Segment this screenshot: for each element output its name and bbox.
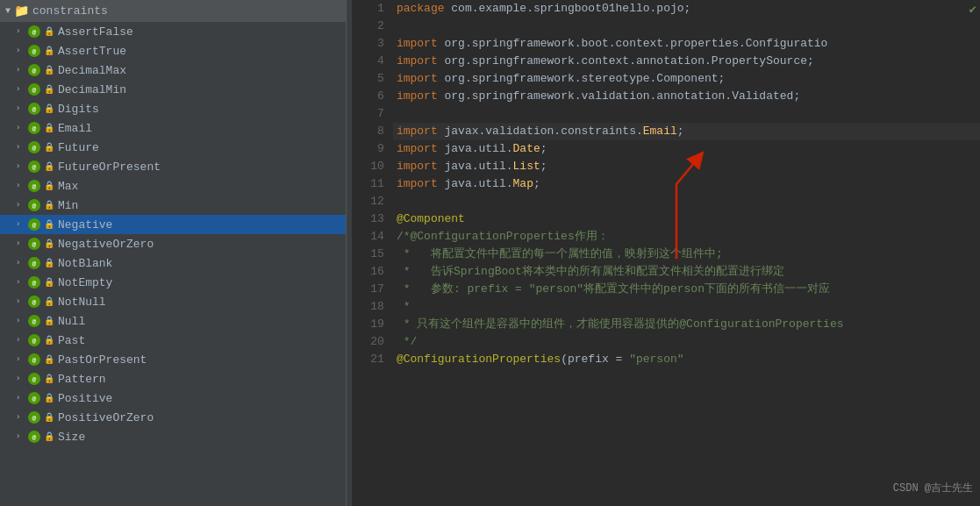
- table-row: 14/*@ConfigurationProperties作用：: [352, 228, 980, 246]
- annotation-icon: @: [28, 45, 40, 57]
- sidebar-item-asserttrue[interactable]: ›@🔒AssertTrue: [0, 41, 346, 61]
- line-code: @ConfigurationProperties(prefix = "perso…: [393, 351, 980, 368]
- sidebar-item-past[interactable]: ›@🔒Past: [0, 331, 346, 350]
- sidebar-item-decimalmax[interactable]: ›@🔒DecimalMax: [0, 61, 346, 80]
- line-code: package com.example.springboot01hello.po…: [393, 0, 980, 18]
- sidebar-item-label: PositiveOrZero: [58, 411, 154, 424]
- table-row: 17 * 参数: prefix = "person"将配置文件中的person下…: [352, 281, 980, 298]
- lock-icon: 🔒: [44, 219, 54, 230]
- table-row: 1package com.example.springboot01hello.p…: [352, 0, 980, 18]
- line-code: * 将配置文件中配置的每一个属性的值，映射到这个组件中;: [393, 246, 980, 263]
- line-code: import org.springframework.context.annot…: [393, 53, 980, 70]
- sidebar-item-label: AssertTrue: [58, 45, 126, 58]
- chevron-right-icon: ›: [16, 317, 25, 325]
- line-code: import org.springframework.boot.context.…: [393, 35, 980, 53]
- line-number: 13: [352, 210, 393, 228]
- sidebar-item-label: NotNull: [58, 296, 106, 309]
- sidebar-item-assertfalse[interactable]: ›@🔒AssertFalse: [0, 22, 346, 41]
- annotation-icon: @: [28, 180, 40, 192]
- chevron-right-icon: ›: [16, 259, 25, 267]
- table-row: 18 *: [352, 298, 980, 316]
- chevron-right-icon: ›: [16, 239, 25, 248]
- sidebar-item-digits[interactable]: ›@🔒Digits: [0, 99, 346, 118]
- annotation-icon: @: [28, 334, 40, 346]
- sidebar-item-label: Past: [58, 334, 85, 347]
- line-code: [393, 18, 980, 35]
- sidebar-item-label: Negative: [58, 218, 112, 232]
- chevron-right-icon: ›: [16, 220, 25, 229]
- table-row: 21@ConfigurationProperties(prefix = "per…: [352, 351, 980, 368]
- line-number: 1: [352, 0, 393, 18]
- sidebar-item-email[interactable]: ›@🔒Email: [0, 118, 346, 138]
- sidebar-item-label: AssertFalse: [58, 25, 133, 39]
- sidebar-item-null[interactable]: ›@🔒Null: [0, 311, 346, 331]
- sidebar-item-label: Pattern: [58, 373, 106, 386]
- sidebar-item-decimalmin[interactable]: ›@🔒DecimalMin: [0, 80, 346, 99]
- lock-icon: 🔒: [44, 374, 54, 384]
- annotation-icon: @: [28, 160, 40, 173]
- line-code: [393, 193, 980, 210]
- sidebar-item-notblank[interactable]: ›@🔒NotBlank: [0, 253, 346, 273]
- sidebar-header[interactable]: ▼ 📁 constraints: [0, 0, 346, 22]
- sidebar-item-label: Max: [58, 180, 78, 193]
- line-code: [393, 105, 980, 123]
- sidebar-item-label: Positive: [58, 392, 112, 405]
- sidebar-item-min[interactable]: ›@🔒Min: [0, 196, 346, 215]
- code-area[interactable]: ✔ 1package com.example.springboot01hello…: [352, 0, 980, 506]
- sidebar-item-notnull[interactable]: ›@🔒NotNull: [0, 292, 346, 311]
- annotation-icon: @: [28, 431, 40, 443]
- sidebar-item-label: NotEmpty: [58, 276, 112, 289]
- sidebar-item-futureorpresent[interactable]: ›@🔒FutureOrPresent: [0, 157, 346, 176]
- table-row: 2: [352, 18, 980, 35]
- watermark: CSDN @吉士先生: [893, 481, 973, 495]
- annotation-icon: @: [28, 141, 40, 153]
- table-row: 3import org.springframework.boot.context…: [352, 35, 980, 53]
- chevron-right-icon: ›: [16, 27, 25, 36]
- chevron-right-icon: ›: [16, 124, 25, 132]
- chevron-right-icon: ›: [16, 394, 25, 403]
- code-panel: ✔ 1package com.example.springboot01hello…: [352, 0, 980, 506]
- annotation-icon: @: [28, 238, 40, 250]
- sidebar-item-pattern[interactable]: ›@🔒Pattern: [0, 369, 346, 388]
- sidebar-item-positive[interactable]: ›@🔒Positive: [0, 388, 346, 408]
- folder-icon: 📁: [14, 4, 29, 18]
- lock-icon: 🔒: [44, 239, 54, 249]
- line-number: 2: [352, 18, 393, 35]
- annotation-icon: @: [28, 296, 40, 308]
- annotation-icon: @: [28, 373, 40, 385]
- chevron-right-icon: ›: [16, 182, 25, 190]
- checkmark-icon: ✔: [969, 2, 976, 17]
- lock-icon: 🔒: [44, 316, 54, 326]
- line-number: 9: [352, 140, 393, 158]
- chevron-right-icon: ›: [16, 374, 25, 383]
- annotation-icon: @: [28, 392, 40, 404]
- lock-icon: 🔒: [44, 26, 54, 37]
- sidebar-items-list: ›@🔒AssertFalse›@🔒AssertTrue›@🔒DecimalMax…: [0, 22, 346, 446]
- sidebar-item-negative[interactable]: ›@🔒Negative: [0, 215, 346, 234]
- sidebar-item-negativeorzero[interactable]: ›@🔒NegativeOrZero: [0, 234, 346, 253]
- line-number: 16: [352, 263, 393, 281]
- table-row: 19 * 只有这个组件是容器中的组件，才能使用容器提供的@Configurati…: [352, 316, 980, 333]
- lock-icon: 🔒: [44, 393, 54, 403]
- sidebar-item-pastorpresent[interactable]: ›@🔒PastOrPresent: [0, 350, 346, 369]
- line-number: 7: [352, 105, 393, 123]
- line-code: import org.springframework.validation.an…: [393, 88, 980, 105]
- sidebar-item-label: DecimalMin: [58, 83, 126, 96]
- line-code: import java.util.Date;: [393, 140, 980, 158]
- line-number: 18: [352, 298, 393, 316]
- line-number: 21: [352, 351, 393, 368]
- sidebar-item-positiveorzero[interactable]: ›@🔒PositiveOrZero: [0, 408, 346, 427]
- sidebar-item-notempty[interactable]: ›@🔒NotEmpty: [0, 273, 346, 292]
- sidebar-item-label: FutureOrPresent: [58, 160, 161, 174]
- sidebar-item-size[interactable]: ›@🔒Size: [0, 427, 346, 446]
- lock-icon: 🔒: [44, 46, 54, 56]
- sidebar-item-future[interactable]: ›@🔒Future: [0, 138, 346, 157]
- line-number: 12: [352, 193, 393, 210]
- sidebar-item-label: Min: [58, 199, 78, 212]
- lock-icon: 🔒: [44, 65, 54, 75]
- lock-icon: 🔒: [44, 103, 54, 114]
- chevron-right-icon: ›: [16, 355, 25, 364]
- annotation-icon: @: [28, 218, 40, 231]
- sidebar-item-max[interactable]: ›@🔒Max: [0, 176, 346, 196]
- table-row: 5import org.springframework.stereotype.C…: [352, 70, 980, 88]
